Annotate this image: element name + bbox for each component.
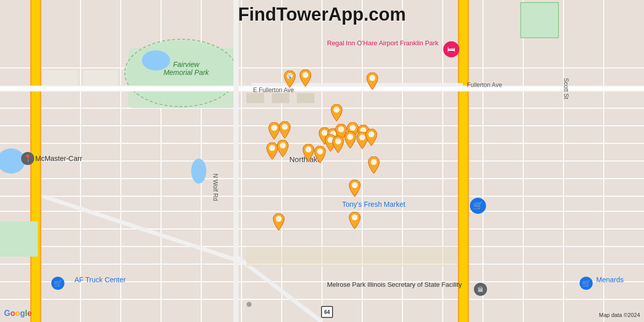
svg-point-77	[371, 159, 377, 165]
svg-point-64	[280, 142, 286, 148]
menards-marker[interactable]: 🛒	[579, 276, 594, 293]
tower-marker[interactable]	[348, 212, 362, 229]
melrose-park-marker[interactable]: 🏛	[473, 282, 488, 299]
svg-point-73	[347, 134, 353, 140]
tower-marker[interactable]	[272, 213, 286, 230]
svg-point-69	[350, 125, 356, 131]
svg-point-60	[334, 107, 340, 113]
map-title: FindTowerApp.com	[238, 4, 406, 25]
tower-marker[interactable]	[278, 121, 292, 138]
tower-marker[interactable]: 📡	[283, 70, 297, 88]
svg-rect-43	[0, 87, 644, 91]
svg-point-78	[352, 182, 358, 188]
svg-text:🛒: 🛒	[473, 201, 483, 210]
svg-rect-30	[43, 70, 78, 88]
svg-point-35	[142, 50, 170, 70]
svg-rect-31	[83, 70, 118, 88]
svg-rect-54	[247, 247, 458, 267]
svg-rect-51	[247, 93, 264, 103]
hotel-marker[interactable]: 🛏	[442, 40, 460, 60]
svg-point-72	[335, 138, 341, 144]
af-truck-marker[interactable]: 🛒	[50, 276, 65, 293]
svg-rect-50	[0, 221, 38, 257]
svg-rect-55	[247, 302, 252, 307]
svg-point-59	[369, 75, 375, 81]
svg-text:🛒: 🛒	[54, 279, 63, 288]
tonys-marker[interactable]: 🛒	[469, 197, 487, 217]
svg-point-80	[276, 216, 282, 222]
svg-text:🛏: 🛏	[447, 45, 455, 53]
svg-text:📍: 📍	[24, 154, 33, 163]
tower-marker[interactable]	[313, 146, 327, 163]
svg-point-61	[271, 125, 277, 131]
tower-marker[interactable]	[365, 72, 379, 90]
svg-point-62	[282, 124, 288, 130]
svg-point-58	[302, 72, 308, 78]
svg-point-75	[368, 131, 374, 137]
tower-marker[interactable]	[276, 140, 290, 157]
map-container[interactable]: FindTowerApp.com 📡	[0, 0, 644, 322]
tower-marker[interactable]	[298, 69, 312, 87]
svg-rect-41	[459, 0, 467, 322]
tower-marker[interactable]	[330, 104, 344, 121]
mcmaster-carr-marker[interactable]: 📍	[20, 151, 35, 168]
map-attribution: Map data ©2024	[599, 312, 640, 318]
svg-point-65	[305, 146, 311, 152]
route-badge: 64	[321, 306, 333, 318]
tower-marker[interactable]	[367, 156, 381, 174]
svg-rect-44	[233, 0, 238, 322]
google-logo: Google	[4, 309, 32, 318]
svg-rect-52	[272, 93, 289, 103]
tower-marker[interactable]	[348, 180, 362, 197]
svg-text:🏛: 🏛	[477, 286, 484, 293]
svg-point-79	[352, 214, 358, 220]
svg-rect-48	[521, 3, 558, 38]
svg-text:🛒: 🛒	[582, 279, 591, 288]
svg-point-76	[317, 148, 323, 154]
svg-rect-53	[297, 93, 314, 103]
svg-text:📡: 📡	[287, 73, 293, 79]
svg-point-63	[269, 145, 275, 151]
svg-point-37	[191, 158, 206, 184]
tower-marker[interactable]	[364, 129, 378, 146]
